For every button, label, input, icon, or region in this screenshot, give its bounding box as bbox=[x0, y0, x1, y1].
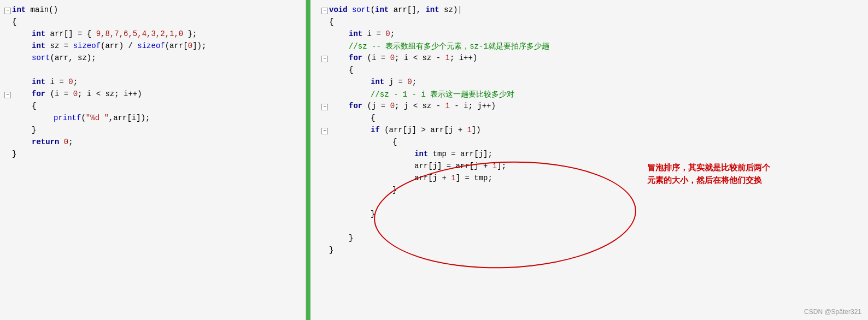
r-collapse-11[interactable]: − bbox=[321, 128, 328, 134]
r-line-content-10: { bbox=[329, 114, 864, 122]
r-collapse-1[interactable]: − bbox=[321, 8, 328, 14]
r-line-3: int i = 0; bbox=[317, 29, 868, 42]
annotation-text: 冒泡排序，其实就是比较前后两个 元素的大小，然后在将他们交换 bbox=[647, 162, 770, 186]
r-line-10: { bbox=[317, 114, 868, 126]
r-collapse-5[interactable]: − bbox=[321, 56, 328, 62]
r-line-19 bbox=[317, 222, 868, 234]
line-4: int sz = sizeof(arr) / sizeof(arr[0]); bbox=[0, 42, 306, 54]
r-line-21: } bbox=[317, 246, 868, 258]
line-content-12: return 0; bbox=[12, 138, 301, 146]
r-line-content-12: { bbox=[329, 138, 864, 146]
line-content-11: } bbox=[12, 126, 301, 134]
line-11: } bbox=[0, 126, 306, 138]
line-13: } bbox=[0, 150, 306, 162]
r-line-9: − for (j = 0; j < sz - 1 - i; j++) bbox=[317, 102, 868, 114]
line-10: printf("%d ",arr[i]); bbox=[0, 114, 306, 126]
line-content-3: int arr[] = { 9,8,7,6,5,4,3,2,1,0 }; bbox=[12, 29, 301, 38]
r-line-7: int j = 0; bbox=[317, 78, 868, 90]
r-line-content-9: for (j = 0; j < sz - 1 - i; j++) bbox=[329, 102, 864, 110]
r-collapse-9[interactable]: − bbox=[321, 104, 328, 110]
collapse-btn-8[interactable]: − bbox=[4, 92, 11, 98]
r-line-6: { bbox=[317, 66, 868, 78]
line-6 bbox=[0, 66, 306, 78]
r-line-content-5: for (i = 0; i < sz - 1; i++) bbox=[329, 54, 864, 62]
line-8: − for (i = 0; i < sz; i++) bbox=[0, 90, 306, 102]
r-line-content-8: //sz - 1 - i 表示这一趟要比较多少对 bbox=[329, 90, 864, 99]
r-line-2: { bbox=[317, 17, 868, 29]
r-line-content-13: int tmp = arr[j]; bbox=[329, 150, 864, 158]
r-line-content-17 bbox=[329, 198, 864, 206]
r-line-content-7: int j = 0; bbox=[329, 78, 864, 86]
line-content-2: { bbox=[12, 17, 301, 26]
collapse-btn-1[interactable]: − bbox=[4, 8, 11, 14]
line-content-9: { bbox=[12, 102, 301, 110]
r-line-15: arr[j + 1] = tmp; bbox=[317, 174, 868, 186]
line-content-4: int sz = sizeof(arr) / sizeof(arr[0]); bbox=[12, 42, 301, 50]
r-line-content-20: } bbox=[329, 234, 864, 242]
line-content-1: int main() bbox=[12, 5, 301, 14]
r-line-1: − void sort(int arr[], int sz)| bbox=[317, 5, 868, 17]
r-line-8: //sz - 1 - i 表示这一趟要比较多少对 bbox=[317, 90, 868, 102]
r-line-12: { bbox=[317, 138, 868, 150]
line-content-6 bbox=[12, 66, 301, 74]
r-line-18: } bbox=[317, 210, 868, 222]
r-line-content-1: void sort(int arr[], int sz)| bbox=[329, 5, 864, 14]
r-line-13: int tmp = arr[j]; bbox=[317, 150, 868, 162]
r-line-11: − if (arr[j] > arr[j + 1]) bbox=[317, 126, 868, 138]
r-line-content-2: { bbox=[329, 17, 864, 26]
line-content-7: int i = 0; bbox=[12, 78, 301, 86]
line-content-13: } bbox=[12, 150, 301, 158]
r-line-content-21: } bbox=[329, 246, 864, 254]
line-7: int i = 0; bbox=[0, 78, 306, 90]
line-content-10: printf("%d ",arr[i]); bbox=[12, 114, 301, 122]
r-line-content-4: //sz -- 表示数组有多少个元素，sz-1就是要拍序多少趟 bbox=[329, 42, 864, 51]
green-border bbox=[308, 0, 310, 320]
r-line-16: } bbox=[317, 186, 868, 198]
line-12: return 0; bbox=[0, 138, 306, 150]
line-content-5: sort(arr, sz); bbox=[12, 54, 301, 62]
r-line-content-3: int i = 0; bbox=[329, 29, 864, 38]
line-5: sort(arr, sz); bbox=[0, 54, 306, 66]
watermark: CSDN @Später321 bbox=[804, 308, 861, 316]
line-2: { bbox=[0, 17, 306, 29]
r-line-17 bbox=[317, 198, 868, 210]
left-code-panel: − int main() { int arr[] = { 9,8,7,6,5,4… bbox=[0, 0, 306, 320]
r-line-content-18: } bbox=[329, 210, 864, 218]
line-3: int arr[] = { 9,8,7,6,5,4,3,2,1,0 }; bbox=[0, 29, 306, 42]
line-9: { bbox=[0, 102, 306, 114]
r-line-content-11: if (arr[j] > arr[j + 1]) bbox=[329, 126, 864, 134]
r-line-14: arr[j] = arr[j + 1]; bbox=[317, 162, 868, 174]
line-1: − int main() bbox=[0, 5, 306, 17]
right-code-panel: − void sort(int arr[], int sz)| { int i … bbox=[306, 0, 868, 320]
r-line-20: } bbox=[317, 234, 868, 246]
line-content-8: for (i = 0; i < sz; i++) bbox=[12, 90, 301, 98]
r-line-4: //sz -- 表示数组有多少个元素，sz-1就是要拍序多少趟 bbox=[317, 42, 868, 54]
r-line-content-14: arr[j] = arr[j + 1]; bbox=[329, 162, 864, 170]
r-line-content-15: arr[j + 1] = tmp; bbox=[329, 174, 864, 182]
r-line-content-19 bbox=[329, 222, 864, 230]
r-line-content-16: } bbox=[329, 186, 864, 194]
r-line-5: − for (i = 0; i < sz - 1; i++) bbox=[317, 54, 868, 66]
r-line-content-6: { bbox=[329, 66, 864, 74]
